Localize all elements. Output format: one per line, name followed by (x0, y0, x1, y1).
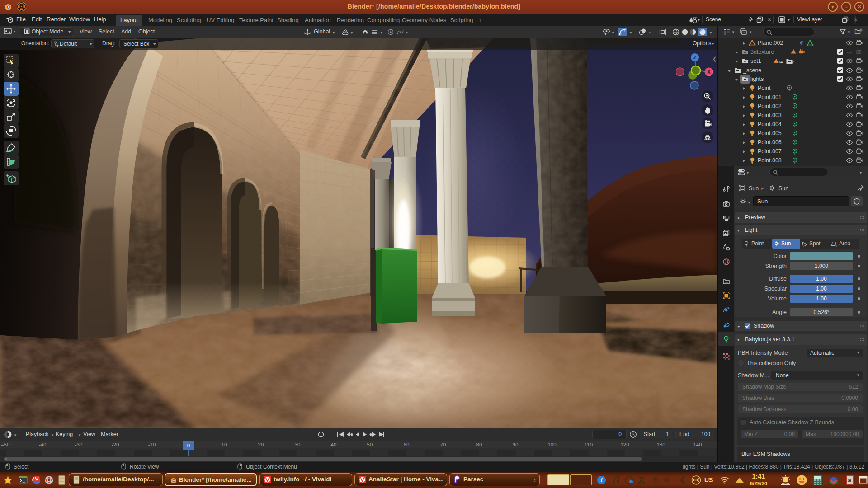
svg-text:a: a (848, 477, 851, 483)
svg-text:i: i (601, 477, 603, 483)
svg-text:Z: Z (693, 55, 696, 60)
svg-text:X: X (708, 70, 711, 75)
